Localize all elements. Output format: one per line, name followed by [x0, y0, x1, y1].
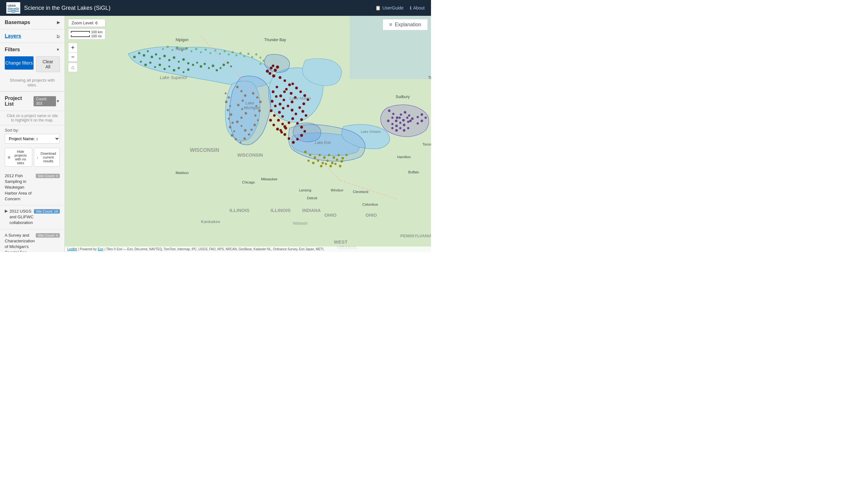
basemaps-header[interactable]: Basemaps ▶	[0, 16, 65, 29]
map-container[interactable]: Lake Superior Lake Michigan Lake Huron L…	[65, 16, 431, 252]
svg-point-54	[231, 134, 233, 137]
hide-projects-button[interactable]: ⊘ Hide projects with no sites	[5, 148, 32, 167]
svg-point-130	[272, 65, 274, 67]
svg-point-158	[417, 116, 419, 118]
svg-point-164	[309, 154, 311, 156]
svg-point-145	[391, 123, 394, 125]
svg-point-65	[252, 92, 254, 95]
scale-km-line: 100 km	[71, 30, 103, 34]
svg-point-150	[402, 119, 405, 121]
svg-point-58	[228, 118, 230, 120]
svg-point-185	[339, 165, 341, 167]
svg-point-209	[263, 60, 265, 62]
list-item[interactable]: A Survey and Characterization of Michiga…	[0, 229, 65, 252]
main-container: Basemaps ▶ Layers ▷ Filters ▼ Change fil…	[0, 16, 431, 252]
action-buttons: ⊘ Hide projects with no sites ↓ Download…	[0, 146, 65, 170]
explanation-button[interactable]: ≡ Explanation	[382, 19, 428, 30]
layers-header[interactable]: Layers ▷	[0, 29, 65, 43]
zoom-level-badge: Zoom Level: 6	[68, 19, 105, 27]
scale-mi-label: 100 mi	[91, 34, 102, 38]
svg-point-137	[400, 114, 402, 116]
svg-point-143	[399, 122, 402, 124]
about-link[interactable]: ℹ About	[410, 5, 425, 11]
svg-point-14	[178, 61, 180, 63]
svg-point-47	[236, 121, 239, 123]
svg-point-127	[266, 70, 269, 73]
svg-point-11	[163, 55, 166, 57]
svg-point-134	[388, 109, 391, 112]
svg-point-192	[191, 50, 192, 52]
svg-point-174	[336, 159, 338, 161]
svg-point-183	[329, 165, 332, 167]
svg-point-203	[239, 52, 242, 54]
svg-point-26	[183, 71, 184, 73]
sort-select[interactable]: Project Name: ↕ Site Count	[5, 134, 60, 144]
svg-point-153	[391, 127, 394, 129]
userguide-link[interactable]: 📋 UserGuide	[375, 5, 404, 11]
svg-point-40	[240, 90, 243, 92]
svg-point-4	[133, 56, 136, 58]
svg-text:Thunder Bay: Thunder Bay	[264, 38, 286, 42]
zoom-out-button[interactable]: −	[68, 52, 78, 62]
svg-point-62	[225, 101, 227, 103]
svg-point-39	[236, 86, 239, 88]
svg-text:INDIANA: INDIANA	[302, 208, 321, 213]
project-name: A Survey and Characterization of Michiga…	[5, 233, 36, 252]
svg-point-5	[138, 52, 141, 54]
project-list-arrow-icon[interactable]: ▼	[56, 99, 60, 104]
svg-point-210	[260, 63, 261, 65]
list-item[interactable]: 2012 Fish Sampling in Waukegan Harbor Ar…	[0, 170, 65, 205]
svg-point-207	[256, 53, 258, 56]
svg-point-118	[281, 123, 284, 125]
svg-point-41	[244, 94, 247, 97]
filters-header[interactable]: Filters ▼	[0, 43, 65, 56]
esri-link[interactable]: Esri	[98, 248, 103, 251]
svg-text:Windsor: Windsor	[331, 188, 344, 192]
svg-point-72	[253, 124, 256, 126]
svg-point-142	[403, 124, 405, 126]
hide-icon: ⊘	[8, 155, 11, 159]
svg-text:Sudbury: Sudbury	[395, 95, 410, 99]
svg-point-21	[158, 64, 161, 66]
project-name: 2012 Fish Sampling in Waukegan Harbor Ar…	[5, 173, 36, 202]
svg-point-198	[219, 53, 221, 55]
svg-point-156	[403, 129, 405, 132]
svg-point-168	[328, 154, 330, 156]
filter-buttons-container: Change filters Clear All	[0, 56, 65, 75]
svg-point-73	[251, 129, 253, 131]
svg-text:Kankakee: Kankakee	[201, 219, 220, 224]
svg-point-123	[279, 103, 282, 106]
change-filters-button[interactable]: Change filters	[5, 56, 34, 70]
svg-point-94	[300, 126, 303, 129]
svg-point-208	[260, 57, 261, 58]
project-count-badge: Count: 303	[34, 96, 56, 106]
svg-point-157	[407, 127, 409, 129]
svg-point-181	[320, 165, 323, 167]
list-item[interactable]: ▶ 2012 USGS and GLIFWC collaboration Sit…	[0, 205, 65, 229]
svg-point-194	[200, 51, 202, 53]
scale-bar: 100 km 100 mi	[68, 28, 105, 40]
svg-point-154	[395, 129, 398, 132]
download-button[interactable]: ↓ Download current results	[34, 148, 60, 167]
svg-point-28	[192, 64, 194, 66]
clear-all-button[interactable]: Clear All	[36, 56, 60, 72]
svg-text:Detroit: Detroit	[307, 196, 317, 200]
svg-point-20	[154, 66, 156, 68]
svg-point-140	[411, 117, 414, 120]
home-button[interactable]: ⌂	[68, 63, 78, 72]
svg-point-59	[230, 113, 232, 116]
svg-text:PENNSYLVANIA: PENNSYLVANIA	[400, 234, 431, 238]
svg-point-173	[340, 160, 343, 163]
svg-point-34	[216, 69, 218, 71]
svg-point-103	[299, 91, 302, 93]
svg-text:Lake Erie: Lake Erie	[315, 141, 331, 145]
leaflet-link[interactable]: Leaflet	[67, 248, 77, 251]
svg-text:OHIO: OHIO	[324, 212, 337, 218]
project-list: 2012 Fish Sampling in Waukegan Harbor Ar…	[0, 170, 65, 252]
svg-point-160	[425, 117, 427, 119]
svg-point-179	[312, 162, 315, 164]
zoom-in-button[interactable]: +	[68, 43, 78, 52]
svg-point-122	[282, 107, 285, 109]
map-controls-top: Zoom Level: 6 100 km 100 mi	[68, 19, 105, 40]
svg-text:Cleveland: Cleveland	[353, 190, 368, 194]
